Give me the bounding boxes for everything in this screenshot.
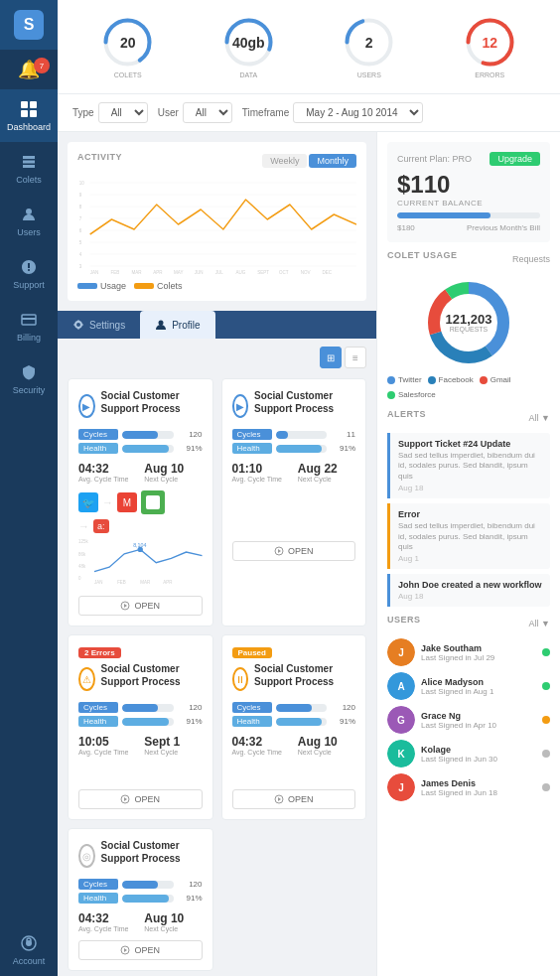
- filter-type-select[interactable]: All: [98, 102, 148, 123]
- svg-text:FEB: FEB: [117, 580, 126, 585]
- user-item-1: J Jake Southam Last Signed in Jul 29: [387, 638, 550, 666]
- card2-open-label: OPEN: [288, 546, 314, 556]
- sidebar-users-label: Users: [17, 227, 41, 237]
- card3-icon: ⚠: [78, 667, 95, 691]
- card1-extra-icons: → a:: [78, 519, 203, 533]
- users-all-badge[interactable]: All ▼: [529, 619, 550, 628]
- card2-metrics: 01:10 Avg. Cycle Time Aug 22 Next Cycle: [232, 462, 356, 483]
- card3-error-badge: 2 Errors: [78, 647, 121, 658]
- sidebar-item-colets[interactable]: Colets: [0, 142, 58, 195]
- filter-user-select[interactable]: All: [183, 102, 232, 123]
- svg-text:125k: 125k: [78, 539, 88, 544]
- user-item-5: J James Denis Last Signed in Jun 18: [387, 773, 550, 801]
- filter-user: User All: [158, 102, 232, 123]
- sidebar-item-users[interactable]: Users: [0, 195, 58, 247]
- tab-profile[interactable]: Profile: [140, 311, 214, 339]
- legend-twitter: Twitter: [387, 375, 422, 384]
- card4-avg-time-label: Avg. Cycle Time: [232, 749, 290, 756]
- sidebar-item-account[interactable]: Account: [0, 923, 58, 976]
- card5-metrics: 04:32 Avg. Cycle Time Aug 10 Next Cycle: [78, 911, 203, 932]
- weekly-btn[interactable]: Weekly: [262, 154, 307, 168]
- card1-open-btn[interactable]: OPEN: [78, 596, 203, 616]
- right-panel: Current Plan: PRO Upgrade $110 CURRENT B…: [376, 132, 560, 976]
- card5-title: Social Customer Support Process: [101, 839, 203, 865]
- script-icon: a:: [93, 519, 109, 533]
- arrow2-icon: →: [78, 520, 89, 532]
- card4-badge-row: Paused: [232, 645, 356, 658]
- svg-marker-62: [124, 797, 127, 801]
- user2-name: Alice Madyson: [421, 677, 536, 687]
- card3-next-cycle-label: Next Cycle: [144, 749, 202, 756]
- tab-settings[interactable]: Settings: [58, 311, 140, 339]
- legend-usage-label: Usage: [100, 281, 126, 291]
- card4-open-label: OPEN: [288, 794, 314, 804]
- card5-health-label: Health: [78, 893, 118, 904]
- svg-point-4: [26, 209, 32, 214]
- card3-cycles-row: Cycles 120: [78, 702, 203, 713]
- notification-badge: 7: [34, 58, 50, 73]
- card5-title-row: ◎ Social Customer Support Process: [78, 839, 203, 873]
- support-icon: [19, 257, 39, 277]
- card1-open-label: OPEN: [134, 601, 160, 611]
- card3-health-track: [122, 718, 174, 726]
- card1-icon: ▶: [78, 394, 95, 418]
- twitter-dot: [387, 376, 395, 384]
- gmail-dot: [480, 376, 488, 384]
- card3-title: Social Customer Support Process: [101, 662, 203, 688]
- svg-marker-60: [278, 549, 281, 553]
- sidebar-item-support[interactable]: Support: [0, 247, 58, 300]
- card3-next-cycle: Sept 1 Next Cycle: [144, 735, 202, 756]
- sidebar-item-dashboard[interactable]: Dashboard: [0, 89, 58, 142]
- svg-text:9: 9: [79, 193, 82, 198]
- card2-cycles-fill: [276, 431, 289, 439]
- sidebar-support-label: Support: [13, 280, 45, 290]
- filter-timeframe-label: Timeframe: [242, 107, 289, 118]
- user5-name: James Denis: [421, 778, 536, 788]
- card2-cycles-track: [276, 431, 328, 439]
- stat-colets-value: 20: [120, 36, 136, 50]
- sidebar-item-security[interactable]: Security: [0, 352, 58, 405]
- svg-point-44: [159, 321, 164, 326]
- svg-text:48k: 48k: [78, 564, 86, 569]
- alerts-all-badge[interactable]: All ▼: [529, 413, 550, 423]
- list-view-btn[interactable]: ≡: [345, 347, 366, 368]
- stat-data: 40gb DATA: [194, 15, 305, 78]
- card3-avg-time-label: Avg. Cycle Time: [78, 749, 136, 756]
- plan-section: Current Plan: PRO Upgrade $110 CURRENT B…: [387, 142, 550, 242]
- users-section: USERS All ▼ J Jake Southam Last Signed i…: [387, 615, 550, 801]
- card3-cycles-value: 120: [178, 703, 203, 712]
- card4-paused-badge: Paused: [232, 647, 272, 658]
- grid-view-btn[interactable]: ⊞: [320, 347, 342, 368]
- card3-open-btn[interactable]: OPEN: [78, 789, 203, 809]
- sidebar-item-billing[interactable]: Billing: [0, 300, 58, 352]
- card4-cycles-track: [276, 704, 328, 712]
- card4-next-cycle-value: Aug 10: [298, 735, 355, 749]
- gmail-icon: M: [117, 492, 137, 512]
- card1-health-label: Health: [78, 443, 118, 454]
- card5-open-btn[interactable]: OPEN: [78, 940, 203, 960]
- filter-timeframe-select[interactable]: May 2 - Aug 10 2014: [293, 102, 423, 123]
- upgrade-btn[interactable]: Upgrade: [490, 152, 540, 166]
- card4-icon: ⏸: [232, 667, 249, 691]
- security-icon: [19, 362, 39, 382]
- user1-status: [542, 648, 550, 656]
- card5-avg-time-value: 04:32: [78, 911, 136, 925]
- monthly-btn[interactable]: Monthly: [309, 154, 356, 168]
- svg-text:7: 7: [79, 216, 82, 221]
- svg-marker-66: [124, 948, 127, 952]
- user2-date: Last Signed in Aug 1: [421, 687, 536, 696]
- card4-spacer: [232, 764, 356, 783]
- card2-open-btn[interactable]: OPEN: [232, 541, 356, 561]
- alert-item-1: Support Ticket #24 Update Sad sed tellus…: [387, 433, 550, 498]
- card3-open-label: OPEN: [134, 794, 160, 804]
- card1-title-row: ▶ Social Customer Support Process: [78, 389, 203, 423]
- card1-cycles-value: 120: [178, 430, 203, 439]
- users-header: USERS All ▼: [387, 615, 550, 632]
- card4-open-btn[interactable]: OPEN: [232, 789, 356, 809]
- user-item-4: K Kolage Last Signed in Jun 30: [387, 740, 550, 767]
- dashboard-icon: [19, 99, 39, 119]
- users-title: USERS: [387, 615, 421, 625]
- user4-name: Kolage: [421, 745, 536, 755]
- card1-avg-time-value: 04:32: [78, 462, 136, 476]
- user3-status: [542, 716, 550, 724]
